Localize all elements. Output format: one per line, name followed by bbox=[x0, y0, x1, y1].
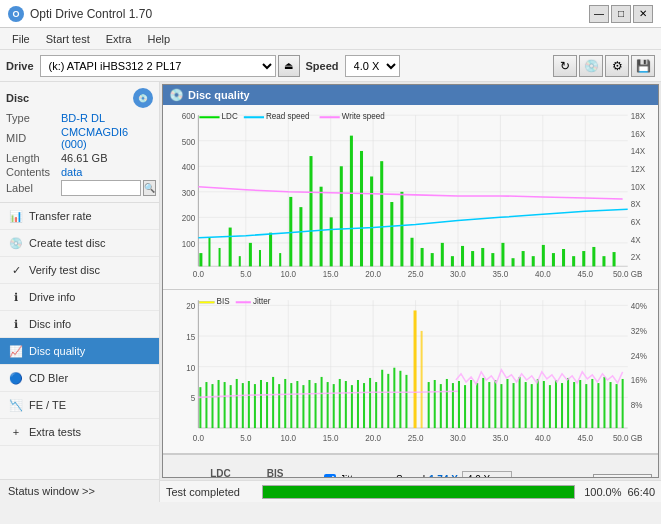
content-area: 💿 Disc quality bbox=[160, 82, 661, 502]
contents-label: Contents bbox=[6, 166, 61, 178]
svg-rect-57 bbox=[269, 233, 272, 267]
extra-tests-icon: + bbox=[8, 424, 24, 440]
svg-rect-90 bbox=[602, 256, 605, 266]
save-button[interactable]: 💾 bbox=[631, 55, 655, 77]
speed-label: Speed bbox=[306, 60, 339, 72]
svg-rect-150 bbox=[308, 380, 310, 428]
sidebar-item-transfer-rate[interactable]: 📊 Transfer rate bbox=[0, 203, 159, 230]
svg-rect-169 bbox=[428, 382, 430, 428]
svg-text:5.0: 5.0 bbox=[240, 270, 252, 279]
sidebar-item-disc-quality[interactable]: 📈 Disc quality bbox=[0, 338, 159, 365]
svg-text:20: 20 bbox=[186, 302, 195, 311]
sidebar-item-verify-test-disc[interactable]: ✓ Verify test disc bbox=[0, 257, 159, 284]
svg-rect-148 bbox=[296, 381, 298, 428]
sidebar-item-drive-info[interactable]: ℹ Drive info bbox=[0, 284, 159, 311]
svg-rect-66 bbox=[360, 151, 363, 266]
svg-rect-153 bbox=[327, 382, 329, 428]
svg-rect-174 bbox=[458, 381, 460, 428]
start-full-button[interactable]: Start full bbox=[593, 474, 652, 478]
svg-rect-62 bbox=[320, 187, 323, 267]
label-input[interactable] bbox=[61, 180, 141, 196]
svg-rect-53 bbox=[229, 228, 232, 267]
close-button[interactable]: ✕ bbox=[633, 5, 653, 23]
svg-rect-130 bbox=[236, 301, 251, 303]
stats-bar: LDC BIS Avg 47.37 0.84 Max 586 bbox=[163, 454, 658, 478]
menu-start-test[interactable]: Start test bbox=[38, 31, 98, 47]
svg-rect-145 bbox=[278, 384, 280, 428]
speed-stat-label: Speed bbox=[396, 474, 425, 478]
menu-extra[interactable]: Extra bbox=[98, 31, 140, 47]
disc-button[interactable]: 💿 bbox=[579, 55, 603, 77]
minimize-button[interactable]: — bbox=[589, 5, 609, 23]
maximize-button[interactable]: □ bbox=[611, 5, 631, 23]
label-search-button[interactable]: 🔍 bbox=[143, 180, 156, 196]
svg-rect-176 bbox=[470, 380, 472, 428]
cd-bier-icon: 🔵 bbox=[8, 370, 24, 386]
svg-rect-55 bbox=[249, 243, 252, 266]
create-test-disc-icon: 💿 bbox=[8, 235, 24, 251]
eject-button[interactable]: ⏏ bbox=[278, 55, 300, 77]
svg-text:25.0: 25.0 bbox=[408, 434, 424, 443]
settings-button[interactable]: ⚙ bbox=[605, 55, 629, 77]
sidebar-item-extra-tests[interactable]: + Extra tests bbox=[0, 419, 159, 446]
svg-rect-200 bbox=[616, 384, 618, 428]
disc-quality-panel: 💿 Disc quality bbox=[162, 84, 659, 478]
speed-stat-dropdown[interactable]: 4.0 X bbox=[462, 471, 512, 478]
svg-rect-67 bbox=[370, 176, 373, 266]
svg-text:BIS: BIS bbox=[217, 297, 231, 306]
svg-text:0.0: 0.0 bbox=[193, 434, 205, 443]
svg-rect-138 bbox=[236, 379, 238, 428]
svg-rect-158 bbox=[357, 380, 359, 428]
svg-text:Jitter: Jitter bbox=[253, 297, 271, 306]
refresh-button[interactable]: ↻ bbox=[553, 55, 577, 77]
action-buttons: Start full Start part bbox=[593, 474, 652, 478]
status-window-button[interactable]: Status window >> bbox=[0, 480, 159, 502]
svg-rect-188 bbox=[543, 381, 545, 428]
length-label: Length bbox=[6, 152, 61, 164]
svg-rect-89 bbox=[592, 247, 595, 266]
svg-rect-170 bbox=[434, 380, 436, 428]
svg-rect-88 bbox=[582, 251, 585, 266]
menu-help[interactable]: Help bbox=[139, 31, 178, 47]
svg-text:35.0: 35.0 bbox=[493, 270, 509, 279]
title-bar: O Opti Drive Control 1.70 — □ ✕ bbox=[0, 0, 661, 28]
disc-info-panel: Disc 💿 Type BD-R DL MID CMCMAGDI6 (000) … bbox=[0, 82, 159, 203]
speed-stat-val: 1.74 X bbox=[429, 474, 458, 478]
sidebar-item-create-test-disc[interactable]: 💿 Create test disc bbox=[0, 230, 159, 257]
svg-text:50.0 GB: 50.0 GB bbox=[613, 434, 643, 443]
svg-rect-154 bbox=[333, 384, 335, 428]
svg-rect-85 bbox=[552, 253, 555, 266]
sidebar-item-fe-te[interactable]: 📉 FE / TE bbox=[0, 392, 159, 419]
svg-text:30.0: 30.0 bbox=[450, 270, 466, 279]
svg-rect-52 bbox=[219, 248, 221, 266]
svg-rect-167 bbox=[399, 371, 401, 428]
svg-rect-65 bbox=[350, 136, 353, 267]
svg-text:Read speed: Read speed bbox=[266, 112, 310, 121]
jitter-checkbox[interactable] bbox=[324, 474, 336, 478]
svg-rect-183 bbox=[513, 383, 515, 428]
length-value: 46.61 GB bbox=[61, 152, 107, 164]
svg-rect-197 bbox=[597, 383, 599, 428]
svg-text:15.0: 15.0 bbox=[323, 434, 339, 443]
speed-dropdown[interactable]: 4.0 X bbox=[345, 55, 400, 77]
svg-rect-163 bbox=[421, 331, 423, 428]
svg-text:32%: 32% bbox=[631, 327, 647, 336]
drive-dropdown[interactable]: (k:) ATAPI iHBS312 2 PL17 bbox=[40, 55, 276, 77]
menu-file[interactable]: File bbox=[4, 31, 38, 47]
svg-text:400: 400 bbox=[182, 163, 196, 172]
jitter-label: Jitter bbox=[340, 474, 362, 478]
svg-text:200: 200 bbox=[182, 214, 196, 223]
svg-rect-157 bbox=[351, 385, 353, 428]
svg-rect-142 bbox=[260, 380, 262, 428]
svg-rect-194 bbox=[579, 380, 581, 428]
svg-rect-68 bbox=[380, 161, 383, 266]
sidebar-item-cd-bier[interactable]: 🔵 CD BIer bbox=[0, 365, 159, 392]
svg-rect-63 bbox=[330, 217, 333, 266]
sidebar-item-disc-info[interactable]: ℹ Disc info bbox=[0, 311, 159, 338]
svg-rect-172 bbox=[446, 379, 448, 428]
svg-text:4X: 4X bbox=[631, 236, 641, 245]
svg-text:15: 15 bbox=[186, 333, 195, 342]
svg-text:14X: 14X bbox=[631, 147, 646, 156]
label-label: Label bbox=[6, 182, 61, 194]
disc-quality-title: Disc quality bbox=[188, 89, 250, 101]
